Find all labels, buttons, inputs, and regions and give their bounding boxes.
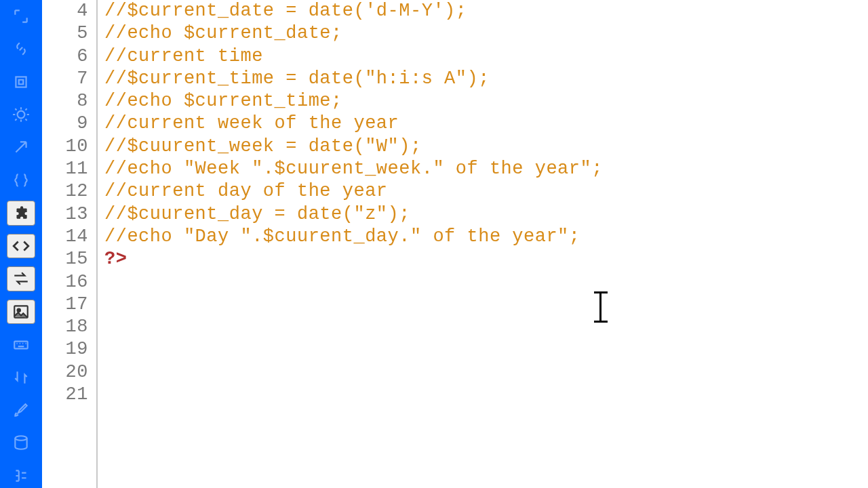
line-number: 13 bbox=[42, 203, 88, 226]
tree-icon[interactable] bbox=[7, 464, 35, 488]
code-line[interactable]: //$current_date = date('d-M-Y'); bbox=[104, 0, 868, 22]
code-line[interactable]: //$cuurent_week = date("W"); bbox=[104, 136, 868, 158]
image-icon[interactable] bbox=[7, 300, 35, 325]
code-line[interactable]: //current week of the year bbox=[104, 113, 868, 135]
code-line[interactable]: //echo $current_time; bbox=[104, 90, 868, 113]
brush-icon[interactable] bbox=[7, 398, 35, 422]
vertical-toolbar bbox=[0, 0, 42, 488]
keyboard-icon[interactable] bbox=[7, 332, 35, 357]
bug-icon[interactable] bbox=[7, 102, 35, 127]
db-icon[interactable] bbox=[7, 430, 35, 455]
line-number: 11 bbox=[42, 158, 88, 180]
line-number: 20 bbox=[42, 361, 88, 384]
svg-point-3 bbox=[18, 309, 20, 312]
line-number-gutter: 456789101112131415161718192021 bbox=[42, 0, 98, 488]
code-editor[interactable]: //$current_date = date('d-M-Y');//echo $… bbox=[98, 0, 868, 488]
line-number: 18 bbox=[42, 316, 88, 338]
svg-point-5 bbox=[15, 436, 26, 441]
svg-point-1 bbox=[18, 111, 25, 119]
line-number: 17 bbox=[42, 293, 88, 316]
arrow-icon[interactable] bbox=[7, 135, 35, 159]
line-number: 8 bbox=[42, 90, 88, 113]
code-line[interactable]: //current time bbox=[104, 45, 868, 68]
collapse-icon[interactable] bbox=[7, 70, 35, 94]
code-line[interactable]: //echo $current_date; bbox=[104, 22, 868, 45]
code-line[interactable]: ?> bbox=[104, 248, 868, 270]
line-number: 16 bbox=[42, 271, 88, 293]
code-line[interactable]: //current day of the year bbox=[104, 180, 868, 203]
code-line[interactable]: //echo "Day ".$cuurent_day." of the year… bbox=[104, 226, 868, 248]
line-number: 4 bbox=[42, 0, 88, 22]
line-number: 12 bbox=[42, 180, 88, 203]
line-number: 14 bbox=[42, 226, 88, 248]
braces-icon[interactable] bbox=[7, 168, 35, 192]
svg-rect-0 bbox=[16, 77, 26, 87]
code-icon[interactable] bbox=[7, 234, 35, 259]
code-line[interactable]: //$current_time = date("h:i:s A"); bbox=[104, 68, 868, 90]
line-number: 9 bbox=[42, 113, 88, 135]
code-line[interactable]: //$cuurent_day = date("z"); bbox=[104, 203, 868, 226]
line-number: 21 bbox=[42, 384, 88, 406]
line-number: 5 bbox=[42, 22, 88, 45]
text-cursor bbox=[599, 291, 601, 323]
puzzle-icon[interactable] bbox=[7, 201, 35, 226]
line-number: 6 bbox=[42, 45, 88, 68]
line-number: 15 bbox=[42, 248, 88, 270]
swap-icon[interactable] bbox=[7, 365, 35, 390]
transfer-icon[interactable] bbox=[7, 266, 35, 291]
link-icon[interactable] bbox=[7, 37, 35, 61]
line-number: 7 bbox=[42, 68, 88, 90]
line-number: 19 bbox=[42, 338, 88, 361]
line-number: 10 bbox=[42, 136, 88, 158]
svg-rect-4 bbox=[14, 341, 28, 348]
code-line[interactable]: //echo "Week ".$cuurent_week." of the ye… bbox=[104, 158, 868, 180]
expand-icon[interactable] bbox=[7, 4, 35, 28]
